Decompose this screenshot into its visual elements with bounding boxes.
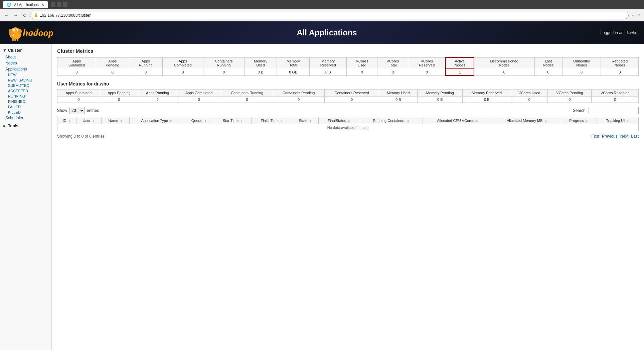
page-title: All Applications — [297, 28, 357, 37]
th-finalstatus[interactable]: FinalStatus ⇕ — [318, 117, 360, 124]
svg-point-7 — [18, 29, 22, 34]
last-button[interactable]: Last — [631, 134, 639, 139]
th-allocated-cpu-vcores[interactable]: Allocated CPU VCores ⇕ — [423, 117, 493, 124]
ucol-apps-submitted: Apps Submitted — [57, 90, 100, 97]
uval-apps-running: 0 — [138, 97, 177, 103]
th-application-type[interactable]: Application Type ⇕ — [130, 117, 184, 124]
sidebar-item-scheduler[interactable]: Scheduler — [0, 115, 51, 121]
uval-apps-pending: 0 — [100, 97, 138, 103]
ucol-apps-pending: Apps Pending — [100, 90, 138, 97]
tab-close-button[interactable]: ✕ — [41, 3, 44, 7]
col-vcores-reserved: VCoresReserved — [408, 57, 446, 69]
uval-containers-pending: 0 — [273, 97, 324, 103]
table-controls: Show 20 50 100 entries Search: — [57, 107, 639, 114]
th-starttime[interactable]: StartTime ⇕ — [214, 117, 252, 124]
search-label: Search: — [573, 108, 587, 113]
next-button[interactable]: Next — [620, 134, 629, 139]
th-name[interactable]: Name ⇕ — [101, 117, 130, 124]
sidebar-subitem-accepted[interactable]: ACCEPTED — [0, 88, 51, 94]
val-rebooted-nodes: 0 — [601, 69, 639, 75]
sort-id-icon: ⇕ — [68, 119, 71, 123]
val-active-nodes[interactable]: 1 — [446, 69, 474, 75]
sidebar-subitem-running[interactable]: RUNNING — [0, 94, 51, 99]
sidebar-subitem-new[interactable]: NEW — [0, 72, 51, 77]
first-button[interactable]: First — [592, 134, 599, 139]
col-lost-nodes: LostNodes — [534, 57, 562, 69]
maximize-button[interactable] — [57, 2, 61, 7]
uval-vcores-pending: 0 — [548, 97, 592, 103]
th-finishtime[interactable]: FinishTime ⇕ — [252, 117, 292, 124]
sort-starttime-icon: ⇕ — [240, 119, 243, 123]
browser-nav: ← → ↻ 🔒 192.168.77.130:8088/cluster ☆ ⚙ — [0, 9, 644, 21]
val-apps-submitted: 0 — [57, 69, 96, 75]
sidebar-subitem-submitted[interactable]: SUBMITTED — [0, 83, 51, 88]
uval-apps-submitted: 0 — [57, 97, 100, 103]
sidebar-subitem-failed[interactable]: FAILED — [0, 104, 51, 110]
page-wrapper: hadoop All Applications Logged in as: dr… — [0, 21, 644, 350]
ucol-vcores-reserved: VCores Reserved — [592, 90, 639, 97]
search-input[interactable] — [589, 107, 639, 114]
th-allocated-memory-mb[interactable]: Allocated Memory MB ⇕ — [493, 117, 561, 124]
th-queue[interactable]: Queue ⇕ — [184, 117, 214, 124]
hadoop-text: hadoop — [23, 27, 53, 38]
previous-button[interactable]: Previous — [602, 134, 618, 139]
uval-memory-pending: 0 B — [418, 97, 463, 103]
sidebar-item-applications[interactable]: Applications — [0, 66, 51, 72]
sidebar-tools-section: ► Tools — [0, 122, 51, 130]
sidebar-item-about[interactable]: About — [0, 54, 51, 60]
tools-arrow-icon: ► — [3, 124, 7, 128]
showing-entries-text: Showing 0 to 0 of 0 entries — [57, 134, 105, 139]
browser-titlebar: 🌐 All Applications ✕ — [0, 0, 644, 9]
th-user[interactable]: User ⇕ — [76, 117, 101, 124]
svg-rect-9 — [14, 39, 16, 41]
svg-point-6 — [9, 29, 12, 34]
sort-progress-icon: ⇕ — [586, 119, 588, 123]
sidebar-tools-header[interactable]: ► Tools — [0, 122, 51, 130]
sidebar-subitem-killed[interactable]: KILLED — [0, 110, 51, 115]
val-vcores-total: 8 — [377, 69, 408, 75]
sidebar-item-nodes[interactable]: Nodes — [0, 60, 51, 66]
sidebar-subitem-finished[interactable]: FINISHED — [0, 99, 51, 104]
tab-title: All Applications — [14, 3, 39, 7]
sort-finishtime-icon: ⇕ — [280, 119, 283, 123]
back-button[interactable]: ← — [3, 12, 10, 19]
url-bar[interactable]: 🔒 192.168.77.130:8088/cluster — [30, 12, 629, 19]
col-active-nodes[interactable]: ActiveNodes — [446, 57, 474, 69]
cluster-arrow-icon: ▼ — [3, 48, 7, 53]
hadoop-logo: hadoop — [7, 24, 53, 41]
th-progress[interactable]: Progress ⇕ — [561, 117, 597, 124]
minimize-button[interactable] — [51, 2, 55, 7]
lock-icon: 🔒 — [34, 13, 38, 17]
sidebar-cluster-header[interactable]: ▼ Cluster — [0, 47, 51, 54]
val-apps-pending: 0 — [96, 69, 129, 75]
pagination-buttons: First Previous Next Last — [592, 134, 639, 139]
uval-vcores-reserved: 0 — [592, 97, 639, 103]
th-running-containers[interactable]: Running Containers ⇕ — [360, 117, 423, 124]
refresh-button[interactable]: ↻ — [21, 12, 28, 19]
val-apps-completed: 0 — [162, 69, 203, 75]
browser-tab[interactable]: 🌐 All Applications ✕ — [3, 1, 48, 8]
ucol-apps-completed: Apps Completed — [177, 90, 221, 97]
no-data-message: No data available in table — [57, 124, 639, 131]
sort-user-icon: ⇕ — [92, 119, 95, 123]
th-state[interactable]: State ⇕ — [292, 117, 318, 124]
col-containers-running: ContainersRunning — [203, 57, 245, 69]
ucol-containers-pending: Containers Pending — [273, 90, 324, 97]
val-lost-nodes: 0 — [534, 69, 562, 75]
bookmark-button[interactable]: ☆ — [631, 12, 635, 18]
sort-cpu-vcores-icon: ⇕ — [476, 119, 478, 123]
uval-apps-completed: 0 — [177, 97, 221, 103]
val-vcores-used: 0 — [347, 69, 377, 75]
th-tracking-ui[interactable]: Tracking UI ⇕ — [597, 117, 638, 124]
sidebar-cluster-label: Cluster — [8, 48, 22, 53]
forward-button[interactable]: → — [12, 12, 19, 19]
sidebar-subitem-new-saving[interactable]: NEW_SAVING — [0, 77, 51, 83]
extensions-button[interactable]: ⚙ — [637, 12, 641, 18]
search-box: Search: — [573, 107, 639, 114]
entries-select[interactable]: 20 50 100 — [69, 107, 85, 114]
logged-in-label: Logged in as: dr.who — [600, 30, 637, 35]
ucol-memory-pending: Memory Pending — [418, 90, 463, 97]
th-id[interactable]: ID ⇕ — [57, 117, 76, 124]
page-header: hadoop All Applications Logged in as: dr… — [0, 21, 644, 44]
close-button[interactable] — [63, 2, 67, 7]
